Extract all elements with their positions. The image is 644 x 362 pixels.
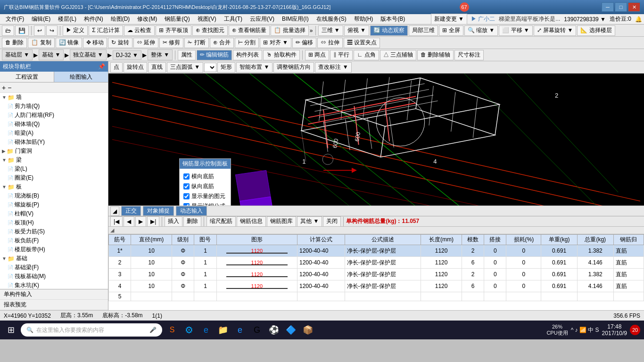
menu-rebar-qty[interactable]: 钢筋量(Q): [161, 14, 193, 24]
rebar-lib-btn[interactable]: 钢筋图库: [267, 216, 296, 227]
table-cell[interactable]: 1120: [216, 269, 297, 280]
three-point-aux-btn[interactable]: △ 三点辅轴: [380, 50, 416, 60]
table-cell[interactable]: 1200-40-40: [297, 280, 345, 292]
menu-version[interactable]: 版本号(B): [377, 14, 409, 24]
tree-wall-group[interactable]: ▼ 📁 墙: [0, 93, 108, 102]
table-cell[interactable]: 0.691: [541, 257, 578, 269]
smart-layout-btn[interactable]: 智能布置 ▼: [236, 62, 272, 73]
scale-rebar-btn[interactable]: 缩尺配筋: [206, 216, 236, 227]
table-cell[interactable]: Φ: [172, 269, 194, 280]
tree-slab-top[interactable]: 📄 板顶(H): [0, 218, 108, 227]
extend-btn[interactable]: ⇔ 延伸: [133, 38, 158, 48]
table-cell[interactable]: [484, 292, 506, 301]
menu-bim[interactable]: BIM应用(I): [278, 14, 313, 24]
win-minimize-button[interactable]: ─: [602, 2, 614, 12]
table-cell[interactable]: 0: [484, 245, 506, 257]
table-cell[interactable]: 6: [462, 280, 484, 292]
dynamic-obs-btn[interactable]: 🔄 动态观察: [370, 25, 408, 36]
menu-edit[interactable]: 编辑(E): [28, 14, 54, 24]
rebar-vert-check[interactable]: [183, 183, 190, 189]
tooltip-row-3[interactable]: 显示量的图元: [183, 191, 227, 201]
table-cell[interactable]: 1120: [421, 257, 462, 269]
parallel-btn[interactable]: ‖ 平行: [330, 50, 353, 60]
table-cell[interactable]: 1: [194, 280, 216, 292]
object-snap-btn[interactable]: 对象捕捉: [143, 206, 174, 216]
table-cell[interactable]: [421, 292, 462, 301]
table-cell[interactable]: 净长-保护层-保护层: [345, 280, 421, 292]
table-cell[interactable]: 直筋: [613, 245, 644, 257]
table-cell[interactable]: 1: [194, 269, 216, 280]
table-cell[interactable]: 直筋: [613, 280, 644, 292]
table-cell[interactable]: 0: [506, 280, 541, 292]
find-elem-btn[interactable]: ⊕ 查找图元: [192, 25, 228, 36]
cad-viewport[interactable]: 1 2 4 600 600: [108, 74, 644, 206]
task-icon-brown[interactable]: 📦: [301, 323, 315, 337]
select-floor-btn[interactable]: 📐 选择楼层: [577, 25, 615, 36]
delete-btn[interactable]: 🗑 删除: [2, 38, 27, 48]
table-cell[interactable]: 4.146: [577, 280, 613, 292]
draw-input-btn[interactable]: 绘图输入: [54, 72, 108, 82]
menu-draw[interactable]: 绘图(D): [107, 14, 134, 24]
3d-btn[interactable]: 三维 ▼: [318, 25, 343, 36]
table-cell[interactable]: 1.382: [577, 245, 613, 257]
table-cell[interactable]: 10: [131, 257, 172, 269]
table-cell[interactable]: 0.691: [541, 245, 578, 257]
table-cell[interactable]: [216, 292, 297, 301]
table-cell[interactable]: 10: [131, 245, 172, 257]
show-qty-check[interactable]: [183, 193, 190, 199]
table-cell[interactable]: [613, 292, 644, 301]
tree-slab-group[interactable]: ▼ 📁 板: [0, 182, 108, 191]
taskbar-search[interactable]: 🔍 在这里输入你要搜索的内容 🎤: [21, 323, 162, 337]
break-btn[interactable]: ✁ 打断: [184, 38, 208, 48]
table-cell[interactable]: 0: [506, 257, 541, 269]
tree-cast-slab[interactable]: 📄 现浇板(B): [0, 191, 108, 200]
dim-btn[interactable]: 尺寸标注: [454, 50, 484, 60]
tooltip-row-2[interactable]: 纵向底筋: [183, 181, 227, 191]
define-btn[interactable]: ▶ 定义: [63, 25, 88, 36]
tree-sump[interactable]: 📄 集水坑(K): [0, 281, 108, 289]
tree-door-win-group[interactable]: ▶ 📁 门窗洞: [0, 147, 108, 156]
grip-btn[interactable]: ☰ 设置夹点: [344, 38, 380, 48]
table-cell[interactable]: 2: [462, 269, 484, 280]
menu-floor[interactable]: 楼层(L): [54, 14, 80, 24]
edit-rebar-btn[interactable]: ✏ 编辑钢筋: [197, 50, 232, 60]
table-cell[interactable]: 0: [484, 280, 506, 292]
tree-collapse-icon[interactable]: −: [8, 84, 11, 91]
tree-masonry-rebar[interactable]: 📄 砌体加筋(Y): [0, 138, 108, 147]
del-aux-btn[interactable]: 🗑 删除辅轴: [417, 50, 454, 60]
report-preview-btn[interactable]: 报表预览: [0, 300, 108, 310]
insert-btn[interactable]: 插入: [165, 216, 182, 227]
offset-btn[interactable]: ✏ 偏移: [292, 38, 316, 48]
task-icon-chrome[interactable]: G: [250, 323, 264, 337]
rotate-btn[interactable]: ↻ 旋转: [108, 38, 132, 48]
menu-online[interactable]: 在线服务(S): [313, 14, 350, 24]
table-cell[interactable]: 0: [484, 257, 506, 269]
table-cell[interactable]: 10: [131, 280, 172, 292]
menu-component[interactable]: 构件(N): [80, 14, 107, 24]
table-cell[interactable]: 4: [109, 280, 131, 292]
table-cell[interactable]: 1200-40-40: [297, 269, 345, 280]
task-icon-edge[interactable]: e: [199, 323, 213, 337]
tree-spiral-slab[interactable]: 📄 螺旋板(P): [0, 200, 108, 209]
table-cell[interactable]: Φ: [172, 245, 194, 257]
table-cell[interactable]: 2: [109, 257, 131, 269]
task-icon-folder[interactable]: 📁: [216, 323, 230, 337]
batch-select-btn[interactable]: 📋 批量选择: [271, 25, 308, 36]
table-cell[interactable]: 10: [131, 269, 172, 280]
table-cell[interactable]: 0: [506, 269, 541, 280]
adjust-dir-btn[interactable]: 调整钢筋方向: [273, 62, 314, 73]
menu-help[interactable]: 帮助(H): [350, 14, 377, 24]
rebar-horiz-check[interactable]: [183, 173, 190, 180]
pan-btn[interactable]: ⬜ 平移 ▼: [499, 25, 533, 36]
windows-start-btn[interactable]: ⊞: [4, 323, 18, 337]
table-cell[interactable]: 1.382: [577, 269, 613, 280]
nav-next-btn[interactable]: ▶: [135, 216, 146, 227]
table-cell[interactable]: 1120: [216, 245, 297, 257]
save-btn[interactable]: 💾: [15, 25, 29, 36]
task-icon-green[interactable]: ⚽: [267, 323, 281, 337]
menu-tools[interactable]: 工具(T): [220, 14, 246, 24]
mirror-btn[interactable]: 🔄 镜像: [56, 38, 82, 48]
level-plate-btn[interactable]: ⊞ 齐平板顶: [156, 25, 191, 36]
rebar-dropdown[interactable]: [204, 63, 216, 72]
tree-masonry-wall[interactable]: 📄 砌体墙(Q): [0, 120, 108, 129]
